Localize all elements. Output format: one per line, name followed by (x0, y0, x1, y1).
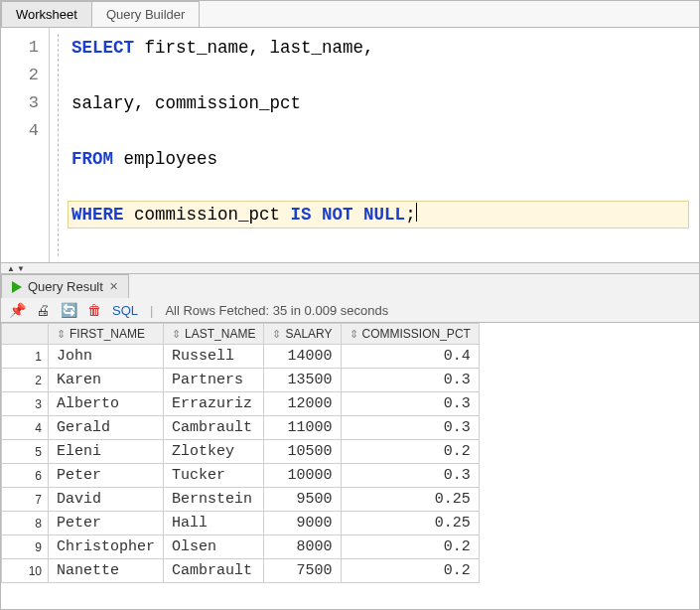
sort-icon: ⇕ (272, 328, 281, 341)
table-row[interactable]: 1JohnRussell140000.4 (2, 345, 480, 369)
close-icon[interactable]: ✕ (109, 280, 118, 293)
line-number: 1 (1, 34, 43, 62)
result-toolbar: 📌 🖨 🔄 🗑 SQL | All Rows Fetched: 35 in 0.… (1, 298, 699, 323)
toolbar-separator: | (150, 303, 153, 318)
cell[interactable]: 0.2 (341, 440, 479, 464)
tab-worksheet[interactable]: Worksheet (1, 1, 92, 27)
code-area[interactable]: SELECT first_name, last_name, salary, co… (50, 34, 699, 256)
row-number: 9 (2, 535, 49, 559)
sql-link[interactable]: SQL (112, 303, 138, 318)
row-number: 5 (2, 440, 49, 464)
table-row[interactable]: 2KarenPartners135000.3 (2, 369, 480, 392)
table-row[interactable]: 3AlbertoErrazuriz120000.3 (2, 392, 480, 416)
cell[interactable]: Hall (164, 512, 264, 535)
cell[interactable]: 0.3 (341, 464, 479, 488)
cell[interactable]: David (49, 488, 164, 512)
table-row[interactable]: 7DavidBernstein95000.25 (2, 488, 480, 512)
cell[interactable]: 0.3 (341, 416, 479, 440)
text-cursor (416, 203, 418, 222)
column-header[interactable]: ⇕FIRST_NAME (49, 324, 164, 345)
code-line[interactable]: FROM employees (68, 145, 689, 173)
result-tab-label: Query Result (28, 279, 103, 294)
code-line[interactable]: salary, commission_pct (68, 89, 689, 117)
row-number: 3 (2, 392, 49, 416)
table-row[interactable]: 8PeterHall90000.25 (2, 512, 480, 535)
row-number: 2 (2, 369, 49, 392)
fetch-status: All Rows Fetched: 35 in 0.009 seconds (165, 303, 388, 318)
table-row[interactable]: 6PeterTucker100000.3 (2, 464, 480, 488)
cell[interactable]: 0.25 (341, 488, 479, 512)
row-number: 8 (2, 512, 49, 535)
cell[interactable]: Nanette (49, 559, 164, 583)
cell[interactable]: Cambrault (164, 559, 264, 583)
cell[interactable]: 0.3 (341, 392, 479, 416)
sort-icon: ⇕ (57, 328, 66, 341)
row-number: 10 (2, 559, 49, 583)
cell[interactable]: 7500 (264, 559, 341, 583)
code-line[interactable]: SELECT first_name, last_name, (68, 34, 689, 62)
result-tabs: Query Result ✕ (1, 273, 699, 298)
column-header[interactable]: ⇕LAST_NAME (164, 324, 264, 345)
cell[interactable]: 0.2 (341, 535, 479, 559)
cell[interactable]: 9000 (264, 512, 341, 535)
cell[interactable]: Karen (49, 369, 164, 392)
cell[interactable]: 12000 (264, 392, 341, 416)
cell[interactable]: Olsen (164, 535, 264, 559)
cell[interactable]: 10000 (264, 464, 341, 488)
cell[interactable]: 0.2 (341, 559, 479, 583)
cell[interactable]: 0.25 (341, 512, 479, 535)
cell[interactable]: Russell (164, 345, 264, 369)
cell[interactable]: Alberto (49, 392, 164, 416)
cell[interactable]: Zlotkey (164, 440, 264, 464)
cell[interactable]: Eleni (49, 440, 164, 464)
result-grid-wrap[interactable]: ⇕FIRST_NAME⇕LAST_NAME⇕SALARY⇕COMMISSION_… (1, 323, 699, 609)
cell[interactable]: Gerald (49, 416, 164, 440)
table-row[interactable]: 4GeraldCambrault110000.3 (2, 416, 480, 440)
margin-line (58, 34, 59, 256)
sort-icon: ⇕ (172, 328, 181, 341)
tab-query-result[interactable]: Query Result ✕ (1, 274, 129, 298)
refresh-icon[interactable]: 🔄 (61, 302, 76, 318)
cell[interactable]: Peter (49, 512, 164, 535)
cell[interactable]: 11000 (264, 416, 341, 440)
cell[interactable]: Peter (49, 464, 164, 488)
cell[interactable]: 0.3 (341, 369, 479, 392)
sql-editor[interactable]: 1234 SELECT first_name, last_name, salar… (1, 28, 699, 263)
column-header[interactable]: ⇕SALARY (264, 324, 341, 345)
cell[interactable]: Christopher (49, 535, 164, 559)
rownum-header (2, 324, 49, 345)
code-line[interactable]: WHERE commission_pct IS NOT NULL; (68, 201, 689, 229)
app-window: Worksheet Query Builder 1234 SELECT firs… (0, 0, 700, 610)
cell[interactable]: 9500 (264, 488, 341, 512)
play-icon (12, 281, 22, 293)
line-number: 2 (1, 62, 43, 89)
cell[interactable]: 13500 (264, 369, 341, 392)
tab-query-builder[interactable]: Query Builder (91, 1, 200, 27)
result-grid[interactable]: ⇕FIRST_NAME⇕LAST_NAME⇕SALARY⇕COMMISSION_… (1, 323, 480, 583)
row-number: 6 (2, 464, 49, 488)
table-row[interactable]: 5EleniZlotkey105000.2 (2, 440, 480, 464)
table-row[interactable]: 10NanetteCambrault75000.2 (2, 559, 480, 583)
cell[interactable]: Partners (164, 369, 264, 392)
cell[interactable]: 10500 (264, 440, 341, 464)
row-number: 7 (2, 488, 49, 512)
editor-tabs: Worksheet Query Builder (1, 1, 699, 28)
pin-icon[interactable]: 📌 (9, 302, 25, 318)
cancel-icon[interactable]: 🗑 (86, 302, 102, 318)
cell[interactable]: Bernstein (164, 488, 264, 512)
sort-icon: ⇕ (350, 328, 358, 341)
cell[interactable]: John (49, 345, 164, 369)
cell[interactable]: 8000 (264, 535, 341, 559)
cell[interactable]: Tucker (164, 464, 264, 488)
table-row[interactable]: 9ChristopherOlsen80000.2 (2, 535, 480, 559)
pane-splitter[interactable]: ▲▼ (1, 263, 699, 273)
line-number: 4 (1, 117, 43, 145)
cell[interactable]: Errazuriz (164, 392, 264, 416)
cell[interactable]: 14000 (264, 345, 341, 369)
print-icon[interactable]: 🖨 (35, 302, 51, 318)
column-header[interactable]: ⇕COMMISSION_PCT (341, 324, 479, 345)
cell[interactable]: Cambrault (164, 416, 264, 440)
row-number: 1 (2, 345, 49, 369)
row-number: 4 (2, 416, 49, 440)
cell[interactable]: 0.4 (341, 345, 479, 369)
